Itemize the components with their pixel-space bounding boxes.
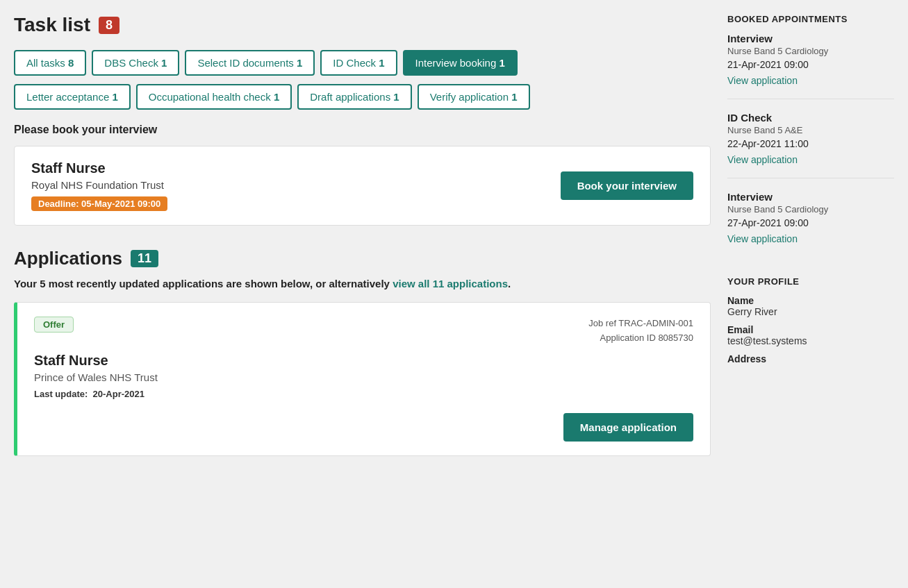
app-card-top: Offer Job ref TRAC-ADMIN-001 Application… xyxy=(34,317,693,346)
profile-section-title: YOUR PROFILE xyxy=(727,276,894,287)
interview-section-heading: Please book your interview xyxy=(14,124,711,136)
profile-name-value: Gerry River xyxy=(727,306,894,317)
task-tabs-row1: All tasks 8 DBS Check 1 Select ID docume… xyxy=(14,50,711,76)
app-application-id: Application ID 8085730 xyxy=(588,331,693,346)
last-update-value: 20-Apr-2021 xyxy=(93,389,145,399)
applications-heading: Applications xyxy=(14,248,122,269)
applications-subtitle: Your 5 most recently updated application… xyxy=(14,278,711,289)
app-card-footer: Manage application xyxy=(34,413,693,442)
appointment-1-view-link[interactable]: View application xyxy=(727,75,798,86)
tab-letter-acceptance[interactable]: Letter acceptance 1 xyxy=(14,84,131,110)
appointment-2-sub: Nurse Band 5 A&E xyxy=(727,125,894,135)
profile-address-field: Address xyxy=(727,353,894,364)
view-all-applications-link[interactable]: view all 11 applications xyxy=(393,278,508,289)
tab-verify-application[interactable]: Verify application 1 xyxy=(418,84,530,110)
task-count-badge: 8 xyxy=(99,17,119,34)
interview-deadline: Deadline: 05-May-2021 09:00 xyxy=(31,196,167,211)
appointment-2-date: 22-Apr-2021 11:00 xyxy=(727,138,894,149)
tab-select-id-documents[interactable]: Select ID documents 1 xyxy=(185,50,315,76)
appointment-1-type: Interview xyxy=(727,33,894,44)
interview-card-info: Staff Nurse Royal NHS Foundation Trust D… xyxy=(31,160,167,211)
interview-org: Royal NHS Foundation Trust xyxy=(31,179,167,191)
profile-email-field: Email test@test.systems xyxy=(727,324,894,346)
appointment-1-sub: Nurse Band 5 Cardiology xyxy=(727,46,894,56)
appointment-item-2: ID Check Nurse Band 5 A&E 22-Apr-2021 11… xyxy=(727,112,894,178)
interview-card: Staff Nurse Royal NHS Foundation Trust D… xyxy=(14,146,711,226)
appointment-2-view-link[interactable]: View application xyxy=(727,154,798,165)
tab-occupational-health-check[interactable]: Occupational health check 1 xyxy=(136,84,292,110)
book-interview-button[interactable]: Book your interview xyxy=(561,171,693,200)
appointment-1-date: 21-Apr-2021 09:00 xyxy=(727,59,894,70)
page-title: Task list xyxy=(14,14,90,36)
appointment-3-type: Interview xyxy=(727,191,894,203)
appointment-3-view-link[interactable]: View application xyxy=(727,233,798,244)
tab-interview-booking[interactable]: Interview booking 1 xyxy=(403,50,518,76)
task-tabs-row2: Letter acceptance 1 Occupational health … xyxy=(14,84,711,110)
offer-status-badge: Offer xyxy=(34,317,74,333)
app-job-ref: Job ref TRAC-ADMIN-001 xyxy=(588,317,693,331)
manage-application-button[interactable]: Manage application xyxy=(563,413,693,442)
booked-appointments-section: BOOKED APPOINTMENTS Interview Nurse Band… xyxy=(727,14,894,257)
applications-subtitle-suffix: . xyxy=(508,278,511,289)
applications-count-badge: 11 xyxy=(131,250,158,267)
interview-job-title: Staff Nurse xyxy=(31,160,167,176)
profile-name-label: Name xyxy=(727,295,894,306)
appointment-2-type: ID Check xyxy=(727,112,894,124)
application-card: Offer Job ref TRAC-ADMIN-001 Application… xyxy=(14,302,711,456)
appointment-3-sub: Nurse Band 5 Cardiology xyxy=(727,204,894,215)
app-job-ref-info: Job ref TRAC-ADMIN-001 Application ID 80… xyxy=(588,317,693,346)
page-title-section: Task list 8 xyxy=(14,14,711,36)
tab-draft-applications[interactable]: Draft applications 1 xyxy=(297,84,411,110)
profile-address-label: Address xyxy=(727,353,894,364)
app-job-title: Staff Nurse xyxy=(34,353,693,369)
applications-title-section: Applications 11 xyxy=(14,248,711,269)
app-last-update: Last update: 20-Apr-2021 xyxy=(34,389,693,399)
appointment-3-date: 27-Apr-2021 09:00 xyxy=(727,217,894,228)
tab-all-tasks[interactable]: All tasks 8 xyxy=(14,50,86,76)
tab-dbs-check[interactable]: DBS Check 1 xyxy=(92,50,179,76)
profile-name-field: Name Gerry River xyxy=(727,295,894,317)
appointment-item-1: Interview Nurse Band 5 Cardiology 21-Apr… xyxy=(727,33,894,99)
sidebar: BOOKED APPOINTMENTS Interview Nurse Band… xyxy=(727,14,894,467)
tab-id-check[interactable]: ID Check 1 xyxy=(320,50,397,76)
booked-appointments-title: BOOKED APPOINTMENTS xyxy=(727,14,894,24)
profile-section: YOUR PROFILE Name Gerry River Email test… xyxy=(727,276,894,364)
profile-email-value: test@test.systems xyxy=(727,335,894,346)
last-update-label: Last update: xyxy=(34,389,88,399)
applications-subtitle-prefix: Your 5 most recently updated application… xyxy=(14,278,393,289)
appointment-item-3: Interview Nurse Band 5 Cardiology 27-Apr… xyxy=(727,191,894,257)
profile-email-label: Email xyxy=(727,324,894,335)
app-organisation: Prince of Wales NHS Trust xyxy=(34,371,693,383)
